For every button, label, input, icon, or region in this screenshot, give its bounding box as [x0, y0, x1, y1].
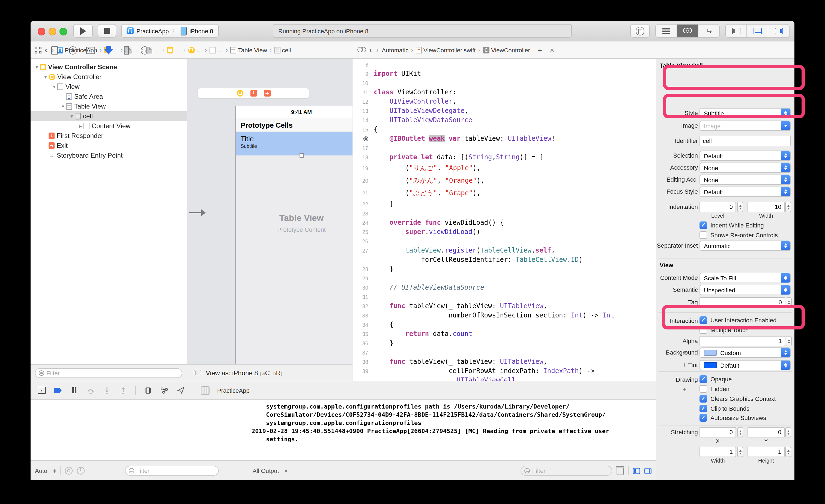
add-editor-button[interactable]: + — [538, 46, 542, 54]
standard-editor-button[interactable] — [656, 24, 677, 37]
popup-separator-inset[interactable]: Automatic — [699, 241, 791, 251]
view-as-text[interactable]: View as: iPhone 8 (wC hR) — [206, 369, 282, 376]
checkbox-autoresize-subviews[interactable]: ✓ — [699, 414, 707, 422]
numberfield-alpha[interactable]: 1 — [699, 336, 785, 346]
disclosure-open[interactable]: ▼ — [51, 84, 57, 89]
popup-background[interactable]: Custom — [699, 347, 791, 358]
stepper[interactable] — [737, 427, 743, 437]
process-name[interactable]: PracticeApp — [217, 387, 250, 394]
file-inspector-tab[interactable] — [50, 46, 59, 55]
numberfield-width[interactable]: 10 — [748, 202, 784, 212]
quicklook-icon[interactable] — [65, 467, 72, 475]
popup-content-mode[interactable]: Scale To Fill — [699, 273, 791, 283]
stepper[interactable] — [737, 447, 743, 457]
outlet-connected-icon[interactable] — [363, 136, 368, 141]
step-out-button[interactable] — [119, 386, 128, 395]
assistant-editor-button[interactable] — [677, 24, 698, 37]
textfield-identifier[interactable]: cell — [699, 136, 791, 146]
debug-area-toggle-button[interactable] — [747, 24, 768, 37]
numberfield-x[interactable]: 0 — [699, 427, 736, 437]
storyboard-crumb-4[interactable]: … — [167, 47, 181, 53]
popup-tint[interactable]: Default — [699, 360, 791, 370]
outline-row-content-view[interactable]: ▶Content View — [30, 121, 186, 131]
checkbox-shows-re-order-controls[interactable] — [699, 231, 707, 239]
run-button[interactable] — [73, 24, 93, 37]
zoom-window-button[interactable] — [60, 28, 67, 35]
popup-accessory[interactable]: None — [699, 163, 791, 173]
outline-row-storyboard-entry-point[interactable]: →Storyboard Entry Point — [30, 151, 186, 160]
cell-subtitle-label[interactable]: Subtitle — [241, 144, 353, 149]
close-editor-button[interactable]: × — [550, 46, 554, 54]
outline-row-view[interactable]: ▼View — [30, 82, 186, 92]
storyboard-crumb-8[interactable]: cell — [275, 47, 291, 53]
outline-row-view-controller[interactable]: ▼View Controller — [30, 72, 186, 82]
view-hierarchy-button[interactable] — [144, 386, 152, 395]
console-pane-toggle[interactable] — [645, 468, 652, 474]
numberfield-width[interactable]: 1 — [699, 447, 736, 457]
variables-scope-popup[interactable]: Auto — [35, 468, 47, 474]
print-description-icon[interactable] — [77, 467, 84, 475]
outline-filter-field[interactable]: Filter — [35, 368, 182, 378]
version-editor-button[interactable]: ⇆ — [698, 24, 719, 37]
variables-view[interactable] — [30, 400, 248, 460]
code-editor[interactable]: 89import UIKit1011class ViewController:1… — [353, 59, 656, 382]
outline-row-first-responder[interactable]: 1First Responder — [30, 131, 186, 141]
outline-toggle-icon[interactable] — [194, 369, 201, 376]
memory-graph-button[interactable] — [160, 386, 169, 395]
outline-row-cell[interactable]: ▼cell — [30, 111, 186, 121]
close-window-button[interactable] — [38, 28, 45, 35]
stepper[interactable] — [785, 202, 791, 212]
assistant-mode-icon[interactable] — [357, 47, 366, 53]
identity-inspector-tab[interactable] — [86, 46, 95, 55]
outline-row-table-view[interactable]: ▼Table View — [30, 101, 186, 111]
stepper[interactable] — [785, 427, 791, 437]
popup-semantic[interactable]: Unspecified — [699, 285, 791, 295]
popup-editing-acc-[interactable]: None — [699, 175, 791, 185]
clear-console-button[interactable] — [616, 468, 624, 475]
view-controller-dock-icon[interactable] — [236, 90, 243, 96]
navigator-toggle-button[interactable] — [726, 24, 747, 37]
storyboard-canvas[interactable]: 1 ➔ 9:41 AM Prototype Cells Title Subtit… — [187, 59, 353, 364]
popup-focus-style[interactable]: Default — [699, 186, 791, 197]
minimize-window-button[interactable] — [49, 28, 56, 35]
back-button-code[interactable]: ‹ — [368, 46, 373, 54]
disclosure-open[interactable]: ▼ — [34, 65, 40, 70]
numberfield-height[interactable]: 1 — [748, 447, 784, 457]
disclosure-open[interactable]: ▼ — [69, 114, 75, 118]
stepper[interactable] — [785, 447, 791, 457]
prototype-cell[interactable]: Title Subtitle — [236, 132, 353, 156]
related-items-icon[interactable] — [35, 47, 42, 53]
code-crumb-1[interactable]: ViewController.swift — [416, 47, 476, 53]
back-button[interactable]: ‹ — [44, 46, 48, 54]
cell-title-label[interactable]: Title — [241, 132, 353, 143]
code-crumb-2[interactable]: CViewController — [483, 47, 530, 53]
simulator-button[interactable] — [630, 24, 650, 37]
stepper[interactable] — [786, 336, 792, 346]
step-into-button[interactable] — [102, 386, 111, 395]
variables-pane-toggle[interactable] — [633, 468, 640, 474]
storyboard-crumb-5[interactable]: … — [188, 47, 202, 53]
storyboard-crumb-3[interactable]: … — [146, 47, 160, 53]
disclosure-open[interactable]: ▼ — [43, 74, 49, 79]
forward-button-code[interactable]: › — [375, 46, 380, 54]
console-output[interactable]: systemgroup.com.apple.configurationprofi… — [248, 400, 656, 460]
stop-button[interactable] — [98, 24, 116, 37]
storyboard-crumb-7[interactable]: Table View — [231, 47, 267, 53]
numberfield-level[interactable]: 0 — [699, 202, 736, 212]
checkbox-clip-to-bounds[interactable]: ✓ — [699, 405, 707, 412]
stepper[interactable] — [737, 202, 743, 212]
disclosure-closed[interactable]: ▶ — [77, 123, 83, 129]
add-variation-button[interactable]: + — [683, 361, 686, 369]
checkbox-clears-graphics-context[interactable]: ✓ — [699, 395, 707, 403]
outline-row-safe-area[interactable]: Safe Area — [30, 92, 186, 101]
scheme-selector[interactable]: PracticeApp 〉 iPhone 8 — [121, 24, 219, 37]
outline-row-exit[interactable]: ➔Exit — [30, 141, 186, 151]
popup-selection[interactable]: Default — [699, 151, 791, 161]
numberfield-y[interactable]: 0 — [748, 427, 784, 437]
simulate-location-button[interactable] — [176, 386, 185, 395]
add-variation-button[interactable]: + — [683, 386, 686, 393]
inspector-toggle-button[interactable] — [768, 24, 789, 37]
outline-row-view-controller-scene[interactable]: ▼View Controller Scene — [30, 62, 186, 72]
checkbox-indent-while-editing[interactable]: ✓ — [699, 222, 707, 229]
breakpoints-toggle-button[interactable] — [54, 386, 62, 395]
